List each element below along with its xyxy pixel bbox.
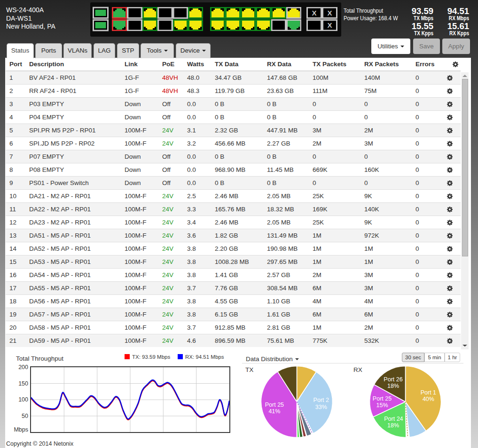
svg-text:18%: 18% xyxy=(387,383,399,389)
svg-text:18%: 18% xyxy=(387,422,399,429)
svg-text:Port 26: Port 26 xyxy=(384,376,402,383)
svg-text:40%: 40% xyxy=(423,396,434,402)
svg-text:X: X xyxy=(312,9,316,17)
svg-text:Port 1: Port 1 xyxy=(421,389,436,396)
svg-text:41%: 41% xyxy=(268,408,280,415)
svg-text:Port 24: Port 24 xyxy=(384,416,403,422)
svg-text:X: X xyxy=(327,21,332,29)
svg-text:33%: 33% xyxy=(315,404,327,410)
svg-text:X: X xyxy=(327,9,332,17)
svg-text:Port 2: Port 2 xyxy=(313,397,329,403)
svg-text:Port 25: Port 25 xyxy=(265,402,284,408)
svg-text:15%: 15% xyxy=(376,402,388,409)
svg-text:Port 25: Port 25 xyxy=(373,395,392,402)
